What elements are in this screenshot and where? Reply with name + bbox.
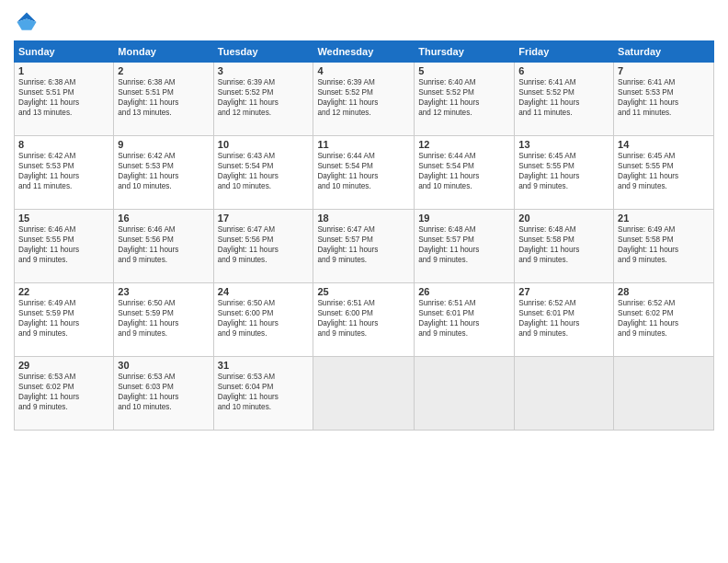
calendar-table: SundayMondayTuesdayWednesdayThursdayFrid…	[14, 40, 714, 431]
calendar-day-header: Tuesday	[213, 41, 313, 63]
day-number: 21	[618, 213, 710, 224]
day-info: Sunrise: 6:41 AM Sunset: 5:52 PM Dayligh…	[518, 77, 609, 118]
day-info: Sunrise: 6:39 AM Sunset: 5:52 PM Dayligh…	[317, 77, 410, 118]
day-info: Sunrise: 6:47 AM Sunset: 5:57 PM Dayligh…	[317, 224, 410, 265]
day-info: Sunrise: 6:50 AM Sunset: 5:59 PM Dayligh…	[118, 298, 209, 339]
day-info: Sunrise: 6:38 AM Sunset: 5:51 PM Dayligh…	[118, 77, 209, 118]
calendar-week-row: 22Sunrise: 6:49 AM Sunset: 5:59 PM Dayli…	[15, 283, 714, 357]
day-info: Sunrise: 6:52 AM Sunset: 6:02 PM Dayligh…	[618, 298, 710, 339]
calendar-day-cell: 17Sunrise: 6:47 AM Sunset: 5:56 PM Dayli…	[213, 210, 313, 283]
day-info: Sunrise: 6:50 AM Sunset: 6:00 PM Dayligh…	[218, 298, 310, 339]
calendar-day-cell: 4Sunrise: 6:39 AM Sunset: 5:52 PM Daylig…	[313, 63, 415, 136]
day-number: 6	[518, 65, 609, 76]
calendar-week-row: 8Sunrise: 6:42 AM Sunset: 5:53 PM Daylig…	[15, 136, 714, 210]
day-info: Sunrise: 6:46 AM Sunset: 5:55 PM Dayligh…	[18, 224, 109, 265]
day-info: Sunrise: 6:40 AM Sunset: 5:52 PM Dayligh…	[418, 77, 510, 118]
day-number: 7	[618, 65, 710, 76]
calendar-week-row: 29Sunrise: 6:53 AM Sunset: 6:02 PM Dayli…	[15, 357, 714, 431]
day-info: Sunrise: 6:44 AM Sunset: 5:54 PM Dayligh…	[317, 151, 410, 191]
day-info: Sunrise: 6:39 AM Sunset: 5:52 PM Dayligh…	[218, 77, 310, 118]
calendar-day-cell: 11Sunrise: 6:44 AM Sunset: 5:54 PM Dayli…	[313, 136, 415, 210]
logo	[14, 9, 43, 35]
day-info: Sunrise: 6:53 AM Sunset: 6:02 PM Dayligh…	[18, 372, 109, 412]
day-number: 8	[18, 139, 109, 150]
calendar-day-header: Saturday	[614, 41, 714, 63]
day-info: Sunrise: 6:43 AM Sunset: 5:54 PM Dayligh…	[218, 151, 310, 191]
calendar-day-cell	[614, 357, 714, 431]
day-info: Sunrise: 6:48 AM Sunset: 5:58 PM Dayligh…	[518, 224, 609, 265]
calendar-day-cell: 18Sunrise: 6:47 AM Sunset: 5:57 PM Dayli…	[313, 210, 415, 283]
calendar-day-cell: 14Sunrise: 6:45 AM Sunset: 5:55 PM Dayli…	[614, 136, 714, 210]
day-number: 2	[118, 65, 209, 76]
calendar-day-header: Wednesday	[313, 41, 415, 63]
day-number: 23	[118, 286, 209, 297]
day-info: Sunrise: 6:45 AM Sunset: 5:55 PM Dayligh…	[518, 151, 609, 191]
calendar-day-cell: 19Sunrise: 6:48 AM Sunset: 5:57 PM Dayli…	[415, 210, 515, 283]
calendar-day-cell: 30Sunrise: 6:53 AM Sunset: 6:03 PM Dayli…	[114, 357, 213, 431]
page: SundayMondayTuesdayWednesdayThursdayFrid…	[0, 0, 728, 563]
calendar-week-row: 1Sunrise: 6:38 AM Sunset: 5:51 PM Daylig…	[15, 63, 714, 136]
day-info: Sunrise: 6:53 AM Sunset: 6:03 PM Dayligh…	[118, 372, 209, 412]
calendar-day-cell: 31Sunrise: 6:53 AM Sunset: 6:04 PM Dayli…	[213, 357, 313, 431]
header	[14, 9, 714, 35]
calendar-day-cell: 29Sunrise: 6:53 AM Sunset: 6:02 PM Dayli…	[15, 357, 114, 431]
day-info: Sunrise: 6:45 AM Sunset: 5:55 PM Dayligh…	[618, 151, 710, 191]
calendar-day-cell: 2Sunrise: 6:38 AM Sunset: 5:51 PM Daylig…	[114, 63, 213, 136]
day-number: 25	[317, 286, 410, 297]
logo-icon	[14, 9, 40, 35]
calendar-day-cell: 25Sunrise: 6:51 AM Sunset: 6:00 PM Dayli…	[313, 283, 415, 357]
calendar-day-cell: 16Sunrise: 6:46 AM Sunset: 5:56 PM Dayli…	[114, 210, 213, 283]
day-info: Sunrise: 6:46 AM Sunset: 5:56 PM Dayligh…	[118, 224, 209, 265]
calendar-day-cell: 23Sunrise: 6:50 AM Sunset: 5:59 PM Dayli…	[114, 283, 213, 357]
calendar-day-cell	[515, 357, 614, 431]
day-info: Sunrise: 6:38 AM Sunset: 5:51 PM Dayligh…	[18, 77, 109, 118]
day-number: 24	[218, 286, 310, 297]
day-info: Sunrise: 6:52 AM Sunset: 6:01 PM Dayligh…	[518, 298, 609, 339]
day-info: Sunrise: 6:42 AM Sunset: 5:53 PM Dayligh…	[118, 151, 209, 191]
calendar-day-cell: 28Sunrise: 6:52 AM Sunset: 6:02 PM Dayli…	[614, 283, 714, 357]
day-info: Sunrise: 6:48 AM Sunset: 5:57 PM Dayligh…	[418, 224, 510, 265]
calendar-day-cell: 20Sunrise: 6:48 AM Sunset: 5:58 PM Dayli…	[515, 210, 614, 283]
day-number: 11	[317, 139, 410, 150]
day-number: 5	[418, 65, 510, 76]
day-number: 26	[418, 286, 510, 297]
day-info: Sunrise: 6:51 AM Sunset: 6:01 PM Dayligh…	[418, 298, 510, 339]
day-number: 17	[218, 213, 310, 224]
calendar-day-header: Friday	[515, 41, 614, 63]
calendar-week-row: 15Sunrise: 6:46 AM Sunset: 5:55 PM Dayli…	[15, 210, 714, 283]
calendar-day-cell: 1Sunrise: 6:38 AM Sunset: 5:51 PM Daylig…	[15, 63, 114, 136]
calendar-day-cell: 21Sunrise: 6:49 AM Sunset: 5:58 PM Dayli…	[614, 210, 714, 283]
day-number: 3	[218, 65, 310, 76]
day-info: Sunrise: 6:47 AM Sunset: 5:56 PM Dayligh…	[218, 224, 310, 265]
day-info: Sunrise: 6:53 AM Sunset: 6:04 PM Dayligh…	[218, 372, 310, 412]
calendar-day-cell: 27Sunrise: 6:52 AM Sunset: 6:01 PM Dayli…	[515, 283, 614, 357]
day-number: 16	[118, 213, 209, 224]
calendar-day-cell: 24Sunrise: 6:50 AM Sunset: 6:00 PM Dayli…	[213, 283, 313, 357]
day-info: Sunrise: 6:42 AM Sunset: 5:53 PM Dayligh…	[18, 151, 109, 191]
calendar-day-cell: 3Sunrise: 6:39 AM Sunset: 5:52 PM Daylig…	[213, 63, 313, 136]
day-info: Sunrise: 6:44 AM Sunset: 5:54 PM Dayligh…	[418, 151, 510, 191]
day-number: 29	[18, 360, 109, 371]
day-number: 4	[317, 65, 410, 76]
calendar-day-cell: 26Sunrise: 6:51 AM Sunset: 6:01 PM Dayli…	[415, 283, 515, 357]
calendar-day-cell: 7Sunrise: 6:41 AM Sunset: 5:53 PM Daylig…	[614, 63, 714, 136]
calendar-day-cell: 10Sunrise: 6:43 AM Sunset: 5:54 PM Dayli…	[213, 136, 313, 210]
day-number: 28	[618, 286, 710, 297]
calendar-header-row: SundayMondayTuesdayWednesdayThursdayFrid…	[15, 41, 714, 63]
day-info: Sunrise: 6:41 AM Sunset: 5:53 PM Dayligh…	[618, 77, 710, 118]
day-number: 18	[317, 213, 410, 224]
calendar-day-cell: 8Sunrise: 6:42 AM Sunset: 5:53 PM Daylig…	[15, 136, 114, 210]
calendar-day-cell: 5Sunrise: 6:40 AM Sunset: 5:52 PM Daylig…	[415, 63, 515, 136]
day-number: 27	[518, 286, 609, 297]
calendar-day-cell: 9Sunrise: 6:42 AM Sunset: 5:53 PM Daylig…	[114, 136, 213, 210]
calendar-day-cell: 13Sunrise: 6:45 AM Sunset: 5:55 PM Dayli…	[515, 136, 614, 210]
day-info: Sunrise: 6:49 AM Sunset: 5:59 PM Dayligh…	[18, 298, 109, 339]
calendar-day-cell: 12Sunrise: 6:44 AM Sunset: 5:54 PM Dayli…	[415, 136, 515, 210]
day-number: 9	[118, 139, 209, 150]
day-number: 14	[618, 139, 710, 150]
day-number: 10	[218, 139, 310, 150]
day-number: 13	[518, 139, 609, 150]
day-info: Sunrise: 6:49 AM Sunset: 5:58 PM Dayligh…	[618, 224, 710, 265]
day-number: 20	[518, 213, 609, 224]
day-number: 31	[218, 360, 310, 371]
